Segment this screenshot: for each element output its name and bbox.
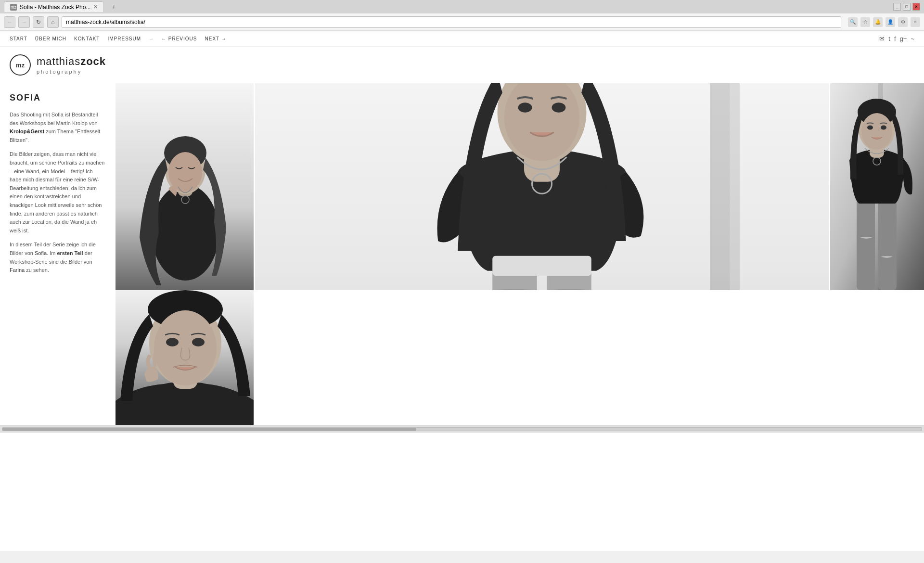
window-controls: _ □ ✕ (893, 3, 920, 11)
horizontal-scrollbar[interactable] (0, 425, 924, 433)
email-social-icon[interactable]: ✉ (879, 35, 885, 42)
scrollbar-track (2, 427, 922, 431)
nav-start[interactable]: START (10, 36, 27, 41)
back-button[interactable]: ← (4, 16, 15, 28)
logo-initials: mz (10, 54, 31, 76)
nav-impressum[interactable]: IMPRESSUM (107, 36, 141, 41)
main-content: SOFIA Das Shooting mit Sofia ist Bestand… (0, 83, 924, 425)
svg-point-19 (552, 102, 566, 113)
sidebar-paragraph-2: Die Bilder zeigen, dass man nicht viel b… (10, 150, 106, 235)
nav-kontakt[interactable]: KONTAKT (74, 36, 100, 41)
photo-4-svg (116, 290, 254, 425)
svg-point-30 (861, 113, 892, 150)
farina-link[interactable]: Farina (10, 267, 25, 273)
site-logo[interactable]: mz matthiaszock photography (0, 47, 924, 83)
nav-ueber-mich[interactable]: ÜBER MICH (35, 36, 66, 41)
facebook-social-icon[interactable]: f (894, 35, 896, 42)
logo-name-light: matthias (37, 55, 80, 67)
svg-rect-10 (710, 83, 730, 290)
nav-bar: ← → ↻ ⌂ 🔍 ☆ 🔔 👤 ⚙ ≡ (0, 13, 924, 31)
svg-rect-26 (878, 199, 897, 290)
photo-row-2 (116, 290, 924, 425)
ersten-teil-link[interactable]: ersten Teil (57, 250, 83, 256)
svg-rect-11 (730, 83, 740, 290)
new-tab-button[interactable]: + (108, 1, 119, 13)
photo-1 (116, 83, 254, 290)
minimize-button[interactable]: _ (893, 3, 901, 11)
nav-separator: → (149, 36, 154, 41)
logo-text-block: matthiaszock photography (37, 55, 106, 76)
sidebar-paragraph-3: In diesem Teil der Serie zeige ich die B… (10, 241, 106, 274)
krolop-gerst-link[interactable]: Krolop&Gerst (10, 128, 44, 134)
bookmark-icon[interactable]: ☆ (860, 17, 870, 27)
photo-3 (830, 83, 924, 290)
photo-2-svg (255, 83, 829, 290)
title-bar: mz Sofia - Matthias Zock Pho... ✕ + _ □ … (0, 0, 924, 13)
sidebar-paragraph-1: Das Shooting mit Sofia ist Bestandteil d… (10, 111, 106, 144)
extensions-icon[interactable]: ⚙ (898, 17, 908, 27)
photo-4 (116, 290, 254, 425)
sidebar-body: Das Shooting mit Sofia ist Bestandteil d… (10, 111, 106, 275)
photo-cell-4[interactable] (116, 290, 255, 425)
twitter-social-icon[interactable]: t (888, 35, 890, 42)
home-button[interactable]: ⌂ (47, 16, 59, 28)
close-button[interactable]: ✕ (912, 3, 920, 11)
site-nav-right: ✉ t f g+ ~ (879, 35, 914, 42)
photo-1-svg (116, 83, 254, 290)
svg-point-41 (192, 338, 205, 346)
svg-rect-25 (857, 199, 875, 290)
photo-cell-2[interactable] (255, 83, 830, 290)
photo-cell-3[interactable] (830, 83, 924, 290)
svg-point-2 (152, 184, 219, 281)
photo-cell-1[interactable] (116, 83, 255, 290)
svg-point-32 (881, 126, 886, 130)
logo-subtitle: photography (37, 68, 106, 75)
menu-icon[interactable]: ≡ (911, 17, 920, 27)
tab-favicon: mz (10, 4, 17, 11)
notification-icon[interactable]: 🔔 (873, 17, 883, 27)
svg-point-39 (154, 310, 217, 385)
maximize-button[interactable]: □ (903, 3, 911, 11)
svg-point-31 (867, 126, 873, 130)
address-bar[interactable] (62, 16, 841, 28)
site-navigation: START ÜBER MICH KONTAKT IMPRESSUM → ← PR… (0, 31, 924, 47)
profile-icon[interactable]: 👤 (886, 17, 895, 27)
logo-name-bold: zock (80, 55, 106, 67)
photo-empty-area (255, 290, 924, 425)
photo-grid (116, 83, 924, 425)
rss-social-icon[interactable]: ~ (911, 35, 914, 42)
sidebar-title: SOFIA (10, 93, 106, 103)
nav-next[interactable]: NEXT → (205, 36, 227, 41)
scrollbar-thumb[interactable] (2, 428, 416, 431)
nav-previous[interactable]: ← PREVIOUS (161, 36, 197, 41)
svg-point-18 (518, 102, 532, 113)
forward-button[interactable]: → (18, 16, 30, 28)
search-icon[interactable]: 🔍 (848, 17, 858, 27)
browser-chrome: mz Sofia - Matthias Zock Pho... ✕ + _ □ … (0, 0, 924, 31)
reload-button[interactable]: ↻ (33, 16, 44, 28)
photo-row-1 (116, 83, 924, 290)
browser-nav-icons: 🔍 ☆ 🔔 👤 ⚙ ≡ (848, 17, 920, 27)
sofia-link[interactable]: Sofia (35, 250, 47, 256)
tab-close-button[interactable]: ✕ (93, 4, 98, 10)
photo-2 (255, 83, 829, 290)
sidebar-text-panel: SOFIA Das Shooting mit Sofia ist Bestand… (0, 83, 116, 425)
tab-title: Sofia - Matthias Zock Pho... (20, 4, 90, 11)
svg-point-40 (166, 338, 179, 346)
logo-name: matthiaszock (37, 55, 106, 69)
googleplus-social-icon[interactable]: g+ (900, 35, 907, 42)
site-nav-left: START ÜBER MICH KONTAKT IMPRESSUM → ← PR… (10, 36, 227, 41)
website-content: START ÜBER MICH KONTAKT IMPRESSUM → ← PR… (0, 31, 924, 551)
svg-rect-14 (492, 256, 591, 276)
photo-3-svg (830, 83, 924, 290)
active-tab[interactable]: mz Sofia - Matthias Zock Pho... ✕ (4, 1, 104, 12)
